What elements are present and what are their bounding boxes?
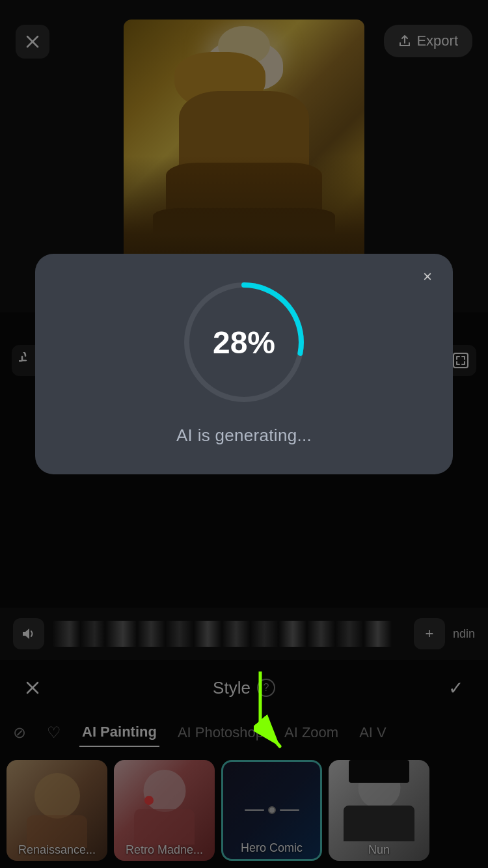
modal-close-button[interactable]: × (416, 265, 439, 288)
ai-status-text: AI is generating... (176, 426, 312, 446)
progress-modal: × 28% AI is generating... (35, 254, 453, 474)
modal-close-icon: × (423, 267, 432, 286)
progress-percentage: 28% (213, 325, 275, 360)
progress-circle-container: 28% (179, 277, 309, 407)
